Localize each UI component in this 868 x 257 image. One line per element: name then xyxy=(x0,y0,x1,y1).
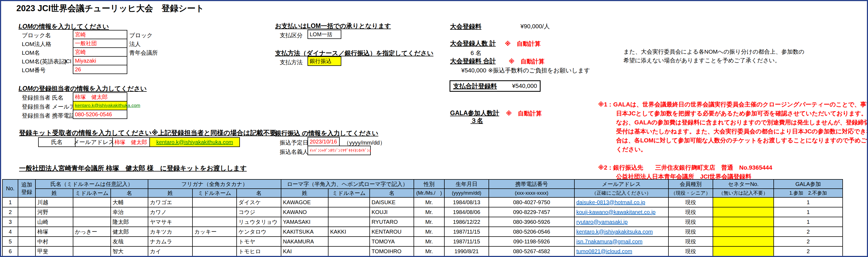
member-type-cell[interactable]: 現役 xyxy=(669,227,713,236)
roman-mei-cell[interactable]: KOUJI xyxy=(370,207,414,217)
gender-cell[interactable]: Mr. xyxy=(414,207,444,217)
roman-middle-cell[interactable] xyxy=(328,236,370,246)
gala-cell[interactable]: 2 xyxy=(774,236,843,246)
gala-cell[interactable]: 1 xyxy=(774,197,843,207)
kana-middle-cell[interactable]: カッキー xyxy=(192,227,237,236)
gender-cell[interactable]: Mr. xyxy=(414,197,444,207)
name-middle-cell[interactable]: かっきー xyxy=(73,227,111,236)
payment-method-input[interactable]: 銀行振込 xyxy=(308,57,341,66)
kana-sei-cell[interactable]: カワノ xyxy=(148,207,192,217)
phone-cell[interactable]: 080-4027-9750 xyxy=(489,197,575,207)
lom-name-input[interactable]: 宮崎 xyxy=(73,47,127,57)
kana-middle-cell[interactable] xyxy=(192,246,237,256)
birthdate-cell[interactable]: 1986/12/22 xyxy=(444,217,489,227)
member-type-cell[interactable]: 現役 xyxy=(669,197,713,207)
add-reg-cell[interactable] xyxy=(18,217,35,227)
senator-no-cell[interactable] xyxy=(713,217,774,227)
email-cell[interactable]: ryutaro@yamasaki.jp xyxy=(575,217,669,227)
transfer-payer-input[interactable]: ｲｯﾊﾟﾝｼｬﾀﾞﾝﾎｳｼﾞﾝﾐﾔｻﾞｷｾｲﾈﾝｶｲｷﾞｼｮ xyxy=(308,146,371,155)
senator-no-cell[interactable] xyxy=(713,207,774,217)
contact-email-input[interactable]: kentaro.k@ishiyakakithuka.com xyxy=(73,101,127,110)
kit-name-input[interactable]: 柿塚 健太郎 xyxy=(112,137,150,147)
kana-mei-cell[interactable]: ケンタロウ xyxy=(237,227,281,236)
gender-cell[interactable]: Mr. xyxy=(414,246,444,256)
senator-no-cell[interactable] xyxy=(713,246,774,256)
email-cell[interactable]: isn.7nakamura@gmail.com xyxy=(575,236,669,246)
roman-middle-cell[interactable] xyxy=(328,246,370,256)
name-sei-cell[interactable]: 河野 xyxy=(35,207,73,217)
name-middle-cell[interactable] xyxy=(73,217,111,227)
lom-number-input[interactable]: 26 xyxy=(73,65,127,74)
name-middle-cell[interactable] xyxy=(73,197,111,207)
gala-cell[interactable]: 2 xyxy=(774,227,843,236)
birthdate-cell[interactable]: 1987/11/15 xyxy=(444,236,489,246)
kana-mei-cell[interactable]: トモヒロ xyxy=(237,246,281,256)
roman-middle-cell[interactable] xyxy=(328,217,370,227)
roman-mei-cell[interactable]: RYUTARO xyxy=(370,217,414,227)
name-sei-cell[interactable]: 柿塚 xyxy=(35,227,73,236)
lom-name-en-input[interactable]: Miyazaki xyxy=(73,56,127,65)
phone-cell[interactable]: 080-5267-4582 xyxy=(489,246,575,256)
name-mei-cell[interactable]: 幸治 xyxy=(111,207,148,217)
member-type-cell[interactable]: 現役 xyxy=(669,246,713,256)
gala-cell[interactable]: 1 xyxy=(774,207,843,217)
kana-sei-cell[interactable]: カワゴエ xyxy=(148,197,192,207)
kana-middle-cell[interactable] xyxy=(192,217,237,227)
kana-sei-cell[interactable]: カイ xyxy=(148,246,192,256)
roman-sei-cell[interactable]: NAKAMURA xyxy=(281,236,328,246)
contact-phone-input[interactable]: 080-5206-0546 xyxy=(73,110,127,119)
roman-mei-cell[interactable]: DAISUKE xyxy=(370,197,414,207)
block-name-input[interactable]: 宮崎 xyxy=(73,30,127,39)
name-sei-cell[interactable]: 山崎 xyxy=(35,217,73,227)
email-cell[interactable]: tumo0821@icloud.com xyxy=(575,246,669,256)
kana-sei-cell[interactable]: カキツカ xyxy=(148,227,192,236)
contact-email-link[interactable]: kentaro.k@ishiyakakithuka.com xyxy=(75,103,140,108)
name-middle-cell[interactable] xyxy=(73,207,111,217)
name-mei-cell[interactable]: 智大 xyxy=(111,246,148,256)
member-type-cell[interactable]: 現役 xyxy=(669,217,713,227)
add-reg-cell[interactable] xyxy=(18,236,35,246)
phone-cell[interactable]: 090-8229-7457 xyxy=(489,207,575,217)
gender-cell[interactable]: Mr. xyxy=(414,227,444,236)
senator-no-cell[interactable] xyxy=(713,197,774,207)
name-sei-cell[interactable]: 中村 xyxy=(35,236,73,246)
add-reg-cell[interactable] xyxy=(18,207,35,217)
roman-sei-cell[interactable]: KAI xyxy=(281,246,328,256)
name-sei-cell[interactable]: 川越 xyxy=(35,197,73,207)
kana-middle-cell[interactable] xyxy=(192,197,237,207)
birthdate-cell[interactable]: 1990/8/21 xyxy=(444,246,489,256)
kana-sei-cell[interactable]: ヤマサキ xyxy=(148,217,192,227)
name-middle-cell[interactable] xyxy=(73,236,111,246)
member-type-cell[interactable]: 現役 xyxy=(669,207,713,217)
kana-sei-cell[interactable]: ナカムラ xyxy=(148,236,192,246)
roman-sei-cell[interactable]: KAWAGOE xyxy=(281,197,328,207)
roman-middle-cell[interactable] xyxy=(328,197,370,207)
email-cell[interactable]: kouji-kawano@kawakitanet.co.jp xyxy=(575,207,669,217)
kana-mei-cell[interactable]: トモヤ xyxy=(237,236,281,246)
phone-cell[interactable]: 080-3960-5926 xyxy=(489,217,575,227)
name-middle-cell[interactable] xyxy=(73,246,111,256)
name-mei-cell[interactable]: 大輔 xyxy=(111,197,148,207)
name-mei-cell[interactable]: 隆太郎 xyxy=(111,217,148,227)
senator-no-cell[interactable] xyxy=(713,236,774,246)
senator-no-cell[interactable] xyxy=(713,227,774,236)
birthdate-cell[interactable]: 1984/08/06 xyxy=(444,207,489,217)
phone-cell[interactable]: 080-5206-0546 xyxy=(489,227,575,236)
name-mei-cell[interactable]: 健太郎 xyxy=(111,227,148,236)
roman-middle-cell[interactable] xyxy=(328,207,370,217)
member-type-cell[interactable]: 現役 xyxy=(669,236,713,246)
gender-cell[interactable]: Mr. xyxy=(414,236,444,246)
email-cell[interactable]: daisuke-0813@hotmail.co.jp xyxy=(575,197,669,207)
contact-name-input[interactable]: 柿塚 健太郎 xyxy=(73,92,127,102)
name-mei-cell[interactable]: 友哉 xyxy=(111,236,148,246)
birthdate-cell[interactable]: 1984/08/13 xyxy=(444,197,489,207)
gala-cell[interactable]: 1 xyxy=(774,217,843,227)
roman-middle-cell[interactable]: KAKKI xyxy=(328,227,370,236)
kit-email-link[interactable]: kentaro.k@ishiyakakithuka.com xyxy=(156,139,233,145)
kana-middle-cell[interactable] xyxy=(192,236,237,246)
roman-sei-cell[interactable]: KAWANO xyxy=(281,207,328,217)
phone-cell[interactable]: 090-1198-5926 xyxy=(489,236,575,246)
add-reg-cell[interactable] xyxy=(18,246,35,256)
roman-sei-cell[interactable]: YAMASAKI xyxy=(281,217,328,227)
name-sei-cell[interactable]: 甲斐 xyxy=(35,246,73,256)
